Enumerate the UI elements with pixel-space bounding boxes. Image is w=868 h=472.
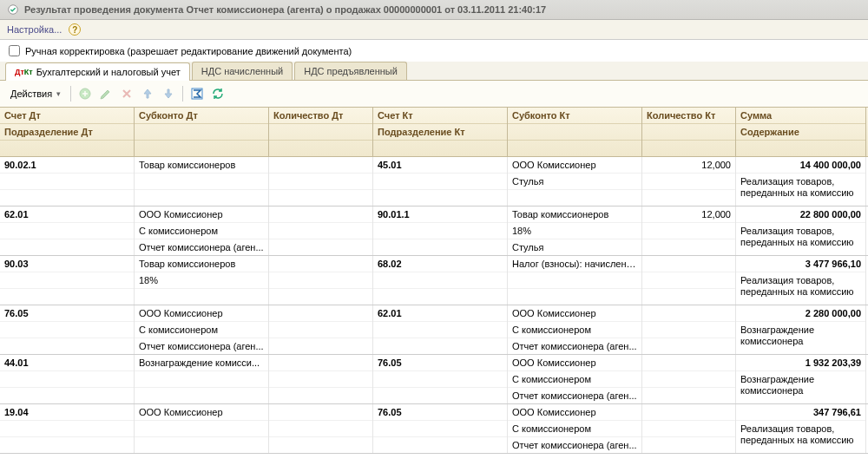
cell-qty-kt: 12,000: [642, 157, 735, 174]
header-soderzh[interactable]: Содержание: [736, 124, 865, 141]
table-row[interactable]: 90.02.1 Товар комиссионеров 45.01 ООО Ко…: [0, 157, 868, 206]
header-qty-dt[interactable]: Количество Дт: [269, 108, 372, 124]
cell-summa: 22 800 000,00: [736, 206, 865, 223]
cell-soderzh: Реализация товаров, переданных на комисс…: [736, 421, 865, 448]
cell-soderzh: Реализация товаров, переданных на комисс…: [736, 223, 865, 250]
cell-qty-dt: [269, 206, 372, 223]
cell-qty-kt: 12,000: [642, 206, 735, 223]
cell-schet-kt: 76.05: [373, 355, 507, 371]
cell-qty-kt: [642, 256, 735, 272]
cell-qty-dt: [269, 157, 372, 174]
settings-toolbar: Настройка... ?: [0, 20, 868, 40]
delete-icon: [117, 84, 136, 103]
cell-sub-dt: С комиссионером: [135, 322, 268, 338]
cell-sub-dt: Вознаграждение комисси...: [135, 355, 268, 371]
header-subkonto-kt[interactable]: Субконто Кт: [508, 108, 641, 124]
cell-sub-kt: С комиссионером: [508, 322, 641, 338]
cell-sub-dt: [135, 437, 268, 453]
tab-label: Бухгалтерский и налоговый учет: [36, 67, 181, 77]
cell-schet-dt: 19.04: [0, 404, 134, 421]
manual-edit-label: Ручная корректировка (разрешает редактир…: [25, 46, 352, 56]
cell-soderzh: Вознаграждение комиссионера: [736, 322, 865, 349]
cell-sub-dt: [135, 371, 268, 388]
header-podr-dt[interactable]: Подразделение Дт: [0, 124, 134, 141]
cell-sub-dt: Отчет комиссионера (аген...: [135, 239, 268, 255]
table-row[interactable]: 44.01 Вознаграждение комисси... 76.05 ОО…: [0, 355, 868, 404]
cell-sub-kt: [508, 190, 641, 206]
cell-sub-dt: [135, 289, 268, 305]
cell-sub-kt: Отчет комиссионера (аген...: [508, 338, 641, 354]
tab-label: НДС начисленный: [201, 66, 283, 76]
cell-sub-kt: ООО Комиссионер: [508, 355, 641, 371]
edit-icon: [96, 84, 115, 103]
separator: [70, 86, 71, 102]
tab-label: НДС предъявленный: [304, 66, 398, 76]
cell-qty-dt: [269, 355, 372, 371]
table-row[interactable]: 90.03 Товар комиссионеров18% 68.02 Налог…: [0, 256, 868, 305]
manual-edit-row: Ручная корректировка (разрешает редактир…: [0, 40, 868, 62]
help-icon[interactable]: ?: [69, 23, 81, 36]
cell-sub-dt: [135, 190, 268, 206]
cell-sub-kt: Стулья: [508, 239, 641, 255]
tab-vat-accrued[interactable]: НДС начисленный: [192, 62, 293, 80]
window-titlebar: Результат проведения документа Отчет ком…: [0, 0, 868, 20]
header-podr-kt[interactable]: Подразделение Кт: [373, 124, 507, 141]
refresh-icon[interactable]: [208, 84, 227, 103]
cell-sub-kt: Налог (взносы): начислено...: [508, 256, 641, 272]
move-up-icon: [138, 84, 157, 103]
actions-menu[interactable]: Действия: [5, 87, 66, 101]
settings-link[interactable]: Настройка...: [7, 24, 62, 35]
tabs: ДтКт Бухгалтерский и налоговый учет НДС …: [0, 62, 868, 81]
cell-schet-dt: 90.02.1: [0, 157, 134, 174]
actions-label: Действия: [10, 88, 52, 99]
cell-sub-dt: ООО Комиссионер: [135, 206, 268, 223]
manual-edit-checkbox[interactable]: [9, 45, 20, 56]
cell-schet-dt: 62.01: [0, 206, 134, 223]
cell-schet-kt: 68.02: [373, 256, 507, 272]
move-down-icon: [159, 84, 178, 103]
table-row[interactable]: 76.05 ООО КомиссионерС комиссионеромОтче…: [0, 305, 868, 355]
cell-soderzh: Вознаграждение комиссионера: [736, 371, 865, 398]
cell-summa: 2 280 000,00: [736, 305, 865, 322]
cell-qty-kt: [642, 305, 735, 322]
header-qty-kt[interactable]: Количество Кт: [642, 108, 735, 124]
cell-qty-dt: [269, 256, 372, 272]
table-row[interactable]: 62.01 ООО КомиссионерС комиссионеромОтче…: [0, 206, 868, 256]
add-icon: [76, 84, 95, 103]
cell-sub-kt: Стулья: [508, 174, 641, 190]
cell-schet-kt: 90.01.1: [373, 206, 507, 223]
cell-sub-dt: ООО Комиссионер: [135, 404, 268, 421]
cell-summa: 3 477 966,10: [736, 256, 865, 272]
cell-sub-kt: ООО Комиссионер: [508, 404, 641, 421]
cell-qty-dt: [269, 404, 372, 421]
grid-header: Счет Дт Подразделение Дт Субконто Дт Кол…: [0, 108, 868, 157]
grid-body[interactable]: 90.02.1 Товар комиссионеров 45.01 ООО Ко…: [0, 157, 868, 454]
cell-qty-dt: [269, 305, 372, 322]
cell-summa: 347 796,61: [736, 404, 865, 421]
cell-schet-kt: 45.01: [373, 157, 507, 174]
cell-schet-dt: 44.01: [0, 355, 134, 371]
cell-sub-kt: 18%: [508, 223, 641, 239]
cell-sub-dt: ООО Комиссионер: [135, 305, 268, 322]
table-row[interactable]: 19.04 ООО Комиссионер 76.05 ООО Комиссио…: [0, 404, 868, 454]
cell-schet-dt: 90.03: [0, 256, 134, 272]
actions-toolbar: Действия: [0, 81, 868, 108]
window-icon: [7, 3, 19, 16]
header-schet-dt[interactable]: Счет Дт: [0, 108, 134, 124]
cell-sub-kt: ООО Комиссионер: [508, 157, 641, 174]
header-schet-kt[interactable]: Счет Кт: [373, 108, 507, 124]
tab-accounting[interactable]: ДтКт Бухгалтерский и налоговый учет: [5, 62, 190, 81]
cell-sub-kt: [508, 272, 641, 289]
cell-sub-dt: [135, 174, 268, 190]
cell-sub-dt: Отчет комиссионера (аген...: [135, 338, 268, 354]
cell-sub-kt: Отчет комиссионера (аген...: [508, 437, 641, 453]
cell-sub-kt: Отчет комиссионера (аген...: [508, 388, 641, 403]
cell-summa: 14 400 000,00: [736, 157, 865, 174]
dtkt-icon: ДтКт: [15, 69, 33, 76]
cell-sub-dt: С комиссионером: [135, 223, 268, 239]
header-subkonto-dt[interactable]: Субконто Дт: [135, 108, 268, 124]
sum-toggle-icon[interactable]: [187, 84, 207, 103]
header-summa[interactable]: Сумма: [736, 108, 865, 124]
tab-vat-presented[interactable]: НДС предъявленный: [294, 62, 407, 80]
cell-qty-kt: [642, 355, 735, 371]
